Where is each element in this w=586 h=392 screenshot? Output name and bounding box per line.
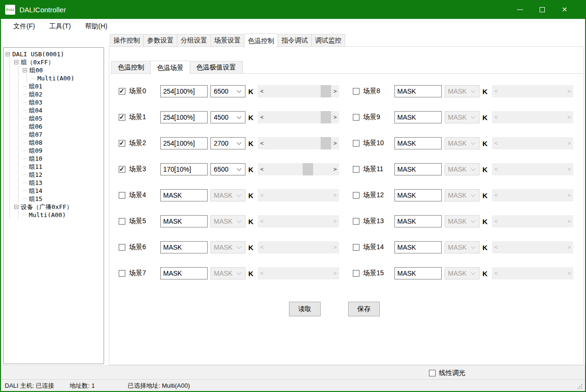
tree-item[interactable]: 组06 bbox=[23, 122, 103, 131]
tree-item[interactable]: 组00 bbox=[23, 66, 103, 74]
scroll-right-icon[interactable]: > bbox=[331, 85, 339, 97]
slider-thumb[interactable] bbox=[303, 163, 313, 175]
scene-value-input[interactable] bbox=[160, 85, 208, 97]
scroll-left-icon[interactable]: < bbox=[258, 111, 266, 123]
subtab-1[interactable]: 色温场景 bbox=[150, 61, 190, 74]
slider-thumb[interactable] bbox=[321, 85, 331, 97]
tree-collapse-icon[interactable] bbox=[6, 52, 10, 56]
scene-value-input[interactable] bbox=[394, 111, 442, 123]
tree-item[interactable]: 组02 bbox=[23, 90, 103, 98]
tab-6[interactable]: 调试监控 bbox=[311, 34, 345, 46]
scroll-left-icon[interactable]: < bbox=[258, 85, 266, 97]
tree-item[interactable]: Multi(A00) bbox=[23, 211, 103, 219]
minimize-button[interactable] bbox=[509, 0, 531, 19]
scene-temp-select[interactable]: 4500 bbox=[210, 111, 245, 123]
tree-collapse-icon[interactable] bbox=[23, 68, 27, 72]
maximize-button[interactable] bbox=[531, 0, 553, 19]
scene-checkbox[interactable] bbox=[353, 88, 359, 95]
scene-checkbox[interactable] bbox=[353, 114, 359, 121]
resize-grip[interactable] bbox=[581, 388, 582, 389]
tab-2[interactable]: 分组设置 bbox=[177, 34, 211, 46]
tab-3[interactable]: 场景设置 bbox=[210, 34, 245, 46]
tree-item[interactable]: 组09 bbox=[23, 147, 103, 155]
scene-checkbox[interactable] bbox=[119, 166, 125, 173]
tree-item[interactable]: DALI USB(0001) bbox=[6, 50, 103, 58]
tree-item[interactable]: 组14 bbox=[23, 187, 103, 195]
scene-temp-select[interactable]: 6500 bbox=[210, 163, 245, 175]
scene-checkbox[interactable] bbox=[119, 244, 125, 251]
tab-0[interactable]: 操作控制 bbox=[110, 34, 144, 46]
tree-collapse-icon[interactable] bbox=[14, 60, 18, 64]
scene-value-input[interactable] bbox=[160, 267, 208, 279]
kelvin-label: K bbox=[248, 166, 254, 174]
tree-item[interactable]: 组04 bbox=[23, 106, 103, 114]
tree-item[interactable]: 组05 bbox=[23, 114, 103, 122]
tree-item[interactable]: Multi(A00) bbox=[31, 74, 103, 82]
subtab-2[interactable]: 色温极值设置 bbox=[190, 61, 243, 73]
device-tree[interactable]: DALI USB(0001)组（0xFF）组00Multi(A00)组01组02… bbox=[3, 47, 104, 364]
scene-value-input[interactable] bbox=[394, 85, 442, 97]
scene-checkbox[interactable] bbox=[119, 218, 125, 225]
read-button[interactable]: 读取 bbox=[289, 302, 321, 316]
subtab-0[interactable]: 色温控制 bbox=[111, 61, 151, 73]
tree-item[interactable]: 组10 bbox=[23, 155, 103, 163]
tree-item[interactable]: 组11 bbox=[23, 163, 103, 171]
scene-checkbox[interactable] bbox=[353, 140, 359, 147]
scene-value-input[interactable] bbox=[394, 189, 442, 201]
scroll-right-icon[interactable]: > bbox=[331, 111, 339, 123]
tree-item[interactable]: 组13 bbox=[23, 179, 103, 187]
tree-collapse-icon[interactable] bbox=[14, 205, 18, 209]
scene-value-input[interactable] bbox=[160, 163, 208, 175]
scene-value-input[interactable] bbox=[394, 215, 442, 227]
menu-item-1[interactable]: 工具(T) bbox=[42, 20, 78, 33]
scene-value-input[interactable] bbox=[160, 215, 208, 227]
scene-checkbox[interactable] bbox=[353, 166, 359, 173]
tree-item[interactable]: 组08 bbox=[23, 139, 103, 147]
scene-checkbox[interactable] bbox=[119, 88, 125, 95]
scene-slider[interactable]: < > bbox=[258, 85, 339, 97]
tree-item[interactable]: 组03 bbox=[23, 98, 103, 106]
scene-checkbox[interactable] bbox=[119, 114, 125, 121]
scene-slider[interactable]: < > bbox=[258, 163, 339, 175]
tree-item[interactable]: 组15 bbox=[23, 195, 103, 203]
tab-4[interactable]: 色温控制 bbox=[244, 34, 278, 47]
tab-1[interactable]: 参数设置 bbox=[143, 34, 177, 46]
scene-slider[interactable]: < > bbox=[258, 111, 339, 123]
close-button[interactable]: ✕ bbox=[553, 0, 576, 19]
scene-checkbox[interactable] bbox=[119, 192, 125, 199]
scroll-left-icon[interactable]: < bbox=[258, 163, 266, 175]
menu-item-0[interactable]: 文件(F) bbox=[6, 20, 42, 33]
scene-checkbox[interactable] bbox=[353, 244, 359, 251]
tree-item[interactable]: 组（0xFF） bbox=[14, 58, 103, 66]
tree-item[interactable]: 组01 bbox=[23, 82, 103, 90]
scene-temp-select[interactable]: 6500 bbox=[210, 85, 245, 97]
tree-item[interactable]: 设备（广播0xFF） bbox=[14, 203, 103, 211]
scene-checkbox[interactable] bbox=[119, 270, 125, 277]
menu-item-2[interactable]: 帮助(H) bbox=[78, 20, 114, 33]
slider-thumb[interactable] bbox=[321, 137, 331, 149]
scroll-left-icon[interactable]: < bbox=[258, 137, 266, 149]
scene-checkbox[interactable] bbox=[353, 270, 359, 277]
scene-checkbox[interactable] bbox=[353, 218, 359, 225]
scene-temp-select[interactable]: 2700 bbox=[210, 137, 245, 149]
slider-thumb[interactable] bbox=[321, 111, 331, 123]
scroll-right-icon[interactable]: > bbox=[331, 137, 339, 149]
scene-value-input[interactable] bbox=[160, 137, 208, 149]
save-button[interactable]: 保存 bbox=[348, 302, 380, 316]
linear-dimming-checkbox[interactable]: 线性调光 bbox=[429, 369, 465, 377]
tree-item[interactable]: 组12 bbox=[23, 171, 103, 179]
scene-value-input[interactable] bbox=[394, 163, 442, 175]
scene-value-input[interactable] bbox=[160, 241, 208, 253]
chevron-down-icon bbox=[471, 88, 476, 93]
scene-value-input[interactable] bbox=[394, 267, 442, 279]
tab-5[interactable]: 指令调试 bbox=[278, 34, 312, 46]
scene-slider[interactable]: < > bbox=[258, 137, 339, 149]
scene-value-input[interactable] bbox=[160, 111, 208, 123]
scene-value-input[interactable] bbox=[160, 189, 208, 201]
tree-item[interactable]: 组07 bbox=[23, 131, 103, 139]
scene-checkbox[interactable] bbox=[353, 192, 359, 199]
scroll-right-icon[interactable]: > bbox=[331, 163, 339, 175]
scene-checkbox[interactable] bbox=[119, 140, 125, 147]
scene-value-input[interactable] bbox=[394, 137, 442, 149]
scene-value-input[interactable] bbox=[394, 241, 442, 253]
